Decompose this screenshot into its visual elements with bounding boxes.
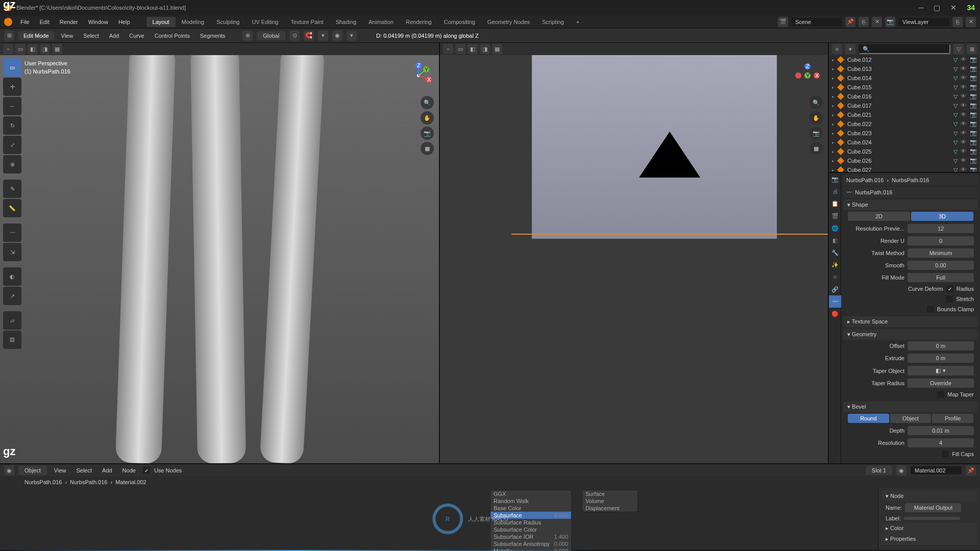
twist-value[interactable]: Minimum [908, 248, 974, 258]
nav-r-zoom-icon[interactable]: 🔍 [810, 96, 823, 109]
node-socket[interactable]: Surface [582, 490, 638, 497]
render-u-value[interactable]: 0 [908, 236, 974, 245]
object-name[interactable]: Cube.021 [847, 112, 950, 118]
proportional-icon[interactable]: ◉ [332, 31, 342, 41]
camera-vis-icon[interactable]: 📷 [970, 130, 977, 137]
tool-shear[interactable]: ▱ [3, 311, 21, 330]
expand-icon[interactable]: ▸ [832, 67, 834, 71]
camera-vis-icon[interactable]: 📷 [970, 102, 977, 109]
eye-icon[interactable]: 👁 [961, 102, 968, 109]
tab-uv[interactable]: UV Editing [246, 17, 284, 27]
object-name[interactable]: Cube.027 [847, 167, 950, 172]
object-name[interactable]: Cube.017 [847, 103, 950, 109]
prop-tab-scene[interactable]: 🎬 [829, 210, 841, 222]
expand-icon[interactable]: ▸ [832, 76, 834, 81]
camera-vis-icon[interactable]: 📷 [970, 120, 977, 128]
camera-vis-icon[interactable]: 📷 [970, 166, 977, 172]
node-breadcrumb-3[interactable]: Material.002 [115, 479, 146, 485]
vp-r-select-mode-3-icon[interactable]: ◧ [468, 44, 478, 54]
prop-tab-particles[interactable]: ✨ [829, 259, 841, 271]
eye-icon[interactable]: 👁 [961, 139, 968, 146]
outliner-item[interactable]: ▸ Cube.017 ▽ 👁 📷 [829, 101, 980, 110]
tab-rendering[interactable]: Rendering [400, 17, 438, 27]
outliner-item[interactable]: ▸ Cube.026 ▽ 👁 📷 [829, 156, 980, 165]
node-color-header[interactable]: ▸ Color [881, 523, 977, 534]
node-select[interactable]: Select [73, 466, 95, 474]
shape-2d[interactable]: 2D [848, 212, 910, 221]
tool-measure[interactable]: 📏 [3, 199, 21, 217]
object-name[interactable]: Cube.015 [847, 84, 950, 90]
menu-edit[interactable]: Edit [36, 17, 54, 27]
object-name[interactable]: Cube.025 [847, 148, 950, 155]
tab-texture[interactable]: Texture Paint [284, 17, 329, 27]
fill-value[interactable]: Full [908, 273, 974, 282]
node-add[interactable]: Add [99, 466, 115, 474]
shape-header[interactable]: ▾ Shape [843, 199, 978, 210]
vp-select-mode-2-icon[interactable]: ▭ [15, 44, 26, 54]
node-view[interactable]: View [51, 466, 69, 474]
expand-icon[interactable]: ▸ [832, 58, 834, 62]
snap-icon[interactable]: 🧲 [304, 31, 314, 41]
mode-select[interactable]: Edit Mode [18, 31, 54, 40]
editor-type-icon[interactable]: ⊞ [4, 31, 14, 41]
minimize-button[interactable]: ─ [919, 4, 924, 12]
outliner-item[interactable]: ▸ Cube.012 ▽ 👁 📷 [829, 55, 980, 64]
resolution-value[interactable]: 4 [908, 438, 974, 447]
tab-add[interactable]: + [570, 17, 585, 27]
tool-transform[interactable]: ⊕ [3, 155, 21, 173]
scene-pin-icon[interactable]: 📌 [845, 17, 855, 27]
expand-icon[interactable]: ▸ [832, 113, 834, 117]
object-name[interactable]: Cube.012 [847, 57, 950, 63]
camera-vis-icon[interactable]: 📷 [970, 93, 977, 100]
prop-tab-object[interactable]: ◧ [829, 234, 841, 246]
vp-r-select-mode-2-icon[interactable]: ▭ [455, 44, 465, 54]
socket-value[interactable]: 0.000 [554, 541, 568, 547]
texture-space-header[interactable]: ▸ Texture Space [843, 316, 978, 327]
node-label-value[interactable] [904, 517, 960, 520]
outliner-search[interactable] [859, 44, 950, 54]
vp-select-mode-5-icon[interactable]: ▦ [52, 44, 62, 54]
pivot-icon[interactable]: ⊙ [289, 31, 300, 41]
node-canvas[interactable]: GGXRandom WalkBase ColorSubsurface0.000S… [0, 488, 980, 550]
vp-select-mode-3-icon[interactable]: ◧ [28, 44, 38, 54]
outliner-filter-icon[interactable]: ▽ [953, 44, 964, 54]
tool-cursor[interactable]: ✛ [3, 78, 21, 96]
camera-vis-icon[interactable]: 📷 [970, 65, 977, 72]
geometry-header[interactable]: ▾ Geometry [843, 329, 978, 340]
depth-value[interactable]: 0.01 m [908, 426, 974, 435]
vp-select-mode-1-icon[interactable]: ▫ [3, 44, 13, 54]
tab-layout[interactable]: Layout [146, 17, 176, 27]
camera-vis-icon[interactable]: 📷 [970, 56, 977, 63]
outliner-list[interactable]: ▸ Cube.012 ▽ 👁 📷 ▸ Cube.013 ▽ 👁 📷 ▸ Cube… [829, 55, 980, 172]
nav-zoom-icon[interactable]: 🔍 [421, 96, 434, 109]
menu-file[interactable]: File [16, 17, 34, 27]
vp-r-select-mode-5-icon[interactable]: ▦ [492, 44, 502, 54]
tool-rotate[interactable]: ↻ [3, 116, 21, 135]
node-output[interactable]: SurfaceVolumeDisplacement [582, 490, 638, 512]
outliner-display-icon[interactable]: ▾ [845, 44, 855, 54]
expand-icon[interactable]: ▸ [832, 122, 834, 127]
camera-vis-icon[interactable]: 📷 [970, 84, 977, 91]
node-socket[interactable]: Subsurface IOR1.400 [491, 533, 571, 540]
nav-gizmo[interactable]: YZX [403, 60, 434, 91]
node-node[interactable]: Node [119, 466, 139, 474]
eye-icon[interactable]: 👁 [961, 130, 968, 137]
tool-draw[interactable]: 〰 [3, 223, 21, 242]
object-name[interactable]: Cube.022 [847, 121, 950, 127]
tab-sculpting[interactable]: Sculpting [210, 17, 246, 27]
viewport-left-content[interactable]: ▭ ✛ ↔ ↻ ⤢ ⊕ ✎ 📏 〰 ⇲ ◐ ↗ ▱ [0, 55, 439, 463]
expand-icon[interactable]: ▸ [832, 85, 834, 90]
node-socket[interactable]: Volume [582, 497, 638, 505]
properties-content[interactable]: NurbsPath.016 › NurbsPath.016 〰 NurbsPat… [841, 173, 980, 463]
snap-type-icon[interactable]: ▾ [318, 31, 328, 41]
tb-segments[interactable]: Segments [197, 32, 229, 40]
tab-modeling[interactable]: Modeling [176, 17, 211, 27]
outliner-item[interactable]: ▸ Cube.014 ▽ 👁 📷 [829, 73, 980, 83]
nav-camera-icon[interactable]: 📷 [421, 127, 434, 140]
breadcrumb-2[interactable]: NurbsPath.016 [892, 177, 929, 183]
prop-tab-physics[interactable]: ⚛ [829, 271, 841, 283]
stretch-checkbox[interactable] [946, 295, 953, 303]
map-taper-checkbox[interactable] [937, 391, 944, 398]
prop-tab-modifiers[interactable]: 🔧 [829, 246, 841, 259]
bounds-checkbox[interactable] [927, 306, 934, 313]
